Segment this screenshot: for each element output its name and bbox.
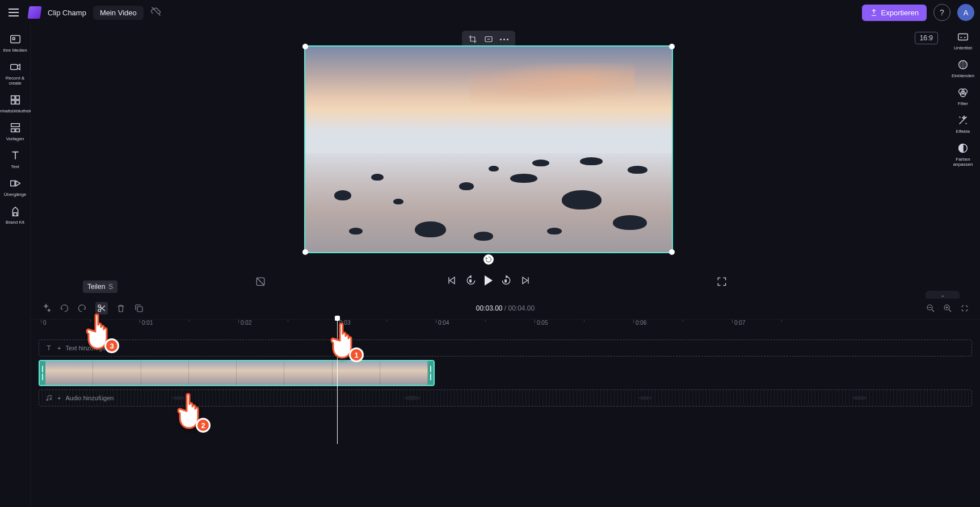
rightbar-item-effects[interactable]: Effekte <box>946 114 980 134</box>
filter-icon <box>957 86 969 99</box>
forward-icon[interactable]: 5 <box>500 275 512 286</box>
zoom-in-icon[interactable] <box>943 303 953 313</box>
fade-icon <box>957 58 969 71</box>
project-title[interactable]: Mein Video <box>93 6 144 20</box>
playhead[interactable] <box>337 319 338 444</box>
brandkit-icon <box>9 205 22 217</box>
clip-handle-left[interactable] <box>40 361 45 385</box>
delete-icon[interactable] <box>116 303 126 313</box>
svg-rect-25 <box>137 307 142 312</box>
sidebar-item-templates[interactable]: Vorlagen <box>0 118 31 146</box>
svg-point-29 <box>50 399 51 400</box>
upload-icon <box>870 9 878 16</box>
app-logo <box>27 6 41 19</box>
preview-image <box>305 47 672 252</box>
timeline: ⌄ Teilen S 00:03.00 / 00:04.00 0 0:01 0:… <box>31 298 980 507</box>
transitions-icon <box>9 177 22 190</box>
svg-rect-11 <box>10 181 14 186</box>
menu-button[interactable] <box>6 5 22 20</box>
split-icon[interactable] <box>95 302 108 315</box>
preview-frame[interactable] <box>304 45 673 253</box>
camera-icon <box>9 61 22 73</box>
effects-icon <box>957 114 969 127</box>
svg-rect-8 <box>11 124 19 127</box>
audio-waveform-bg <box>39 390 971 406</box>
skip-end-icon[interactable] <box>520 275 531 286</box>
zoom-out-icon[interactable] <box>926 303 936 313</box>
templates-icon <box>9 121 22 134</box>
app-brand: Clip Champ <box>48 9 86 17</box>
library-icon <box>9 94 22 106</box>
help-button[interactable]: ? <box>933 4 950 21</box>
svg-text:5: 5 <box>504 279 506 283</box>
resize-handle-tr[interactable] <box>669 44 675 49</box>
export-label: Exportieren <box>881 9 919 17</box>
split-tooltip: Teilen S <box>83 280 117 293</box>
crop-icon[interactable] <box>468 34 478 44</box>
duplicate-icon[interactable] <box>134 303 144 313</box>
export-button[interactable]: Exportieren <box>862 5 927 21</box>
timeline-ruler[interactable]: 0 0:01 0:02 0:03 0:04 0:05 0:06 0:07 <box>31 319 980 334</box>
media-icon <box>9 33 22 45</box>
adjustcolor-icon <box>957 142 969 154</box>
more-icon[interactable] <box>499 34 510 44</box>
svg-rect-3 <box>10 64 17 69</box>
captions-icon <box>957 31 969 43</box>
resize-handle-bl[interactable] <box>302 249 308 255</box>
timeline-tracks: + Text hinzufügen + Audio hinzufügen <box>31 334 980 421</box>
sidebar-item-record[interactable]: Record & create <box>0 57 31 90</box>
audio-track-placeholder[interactable]: + Audio hinzufügen <box>39 389 972 407</box>
svg-rect-2 <box>12 37 15 40</box>
resize-handle-br[interactable] <box>669 249 675 255</box>
svg-rect-4 <box>11 96 14 99</box>
redo-icon[interactable] <box>77 303 87 313</box>
text-track-placeholder[interactable]: + Text hinzufügen <box>39 340 972 357</box>
svg-rect-12 <box>958 34 968 40</box>
svg-rect-9 <box>11 129 14 132</box>
text-icon <box>9 149 22 162</box>
rightbar-item-filter[interactable]: Filter <box>946 86 980 106</box>
canvas-area: 16:9 <box>31 25 946 298</box>
video-clip[interactable] <box>39 360 435 386</box>
undo-icon[interactable] <box>59 303 69 313</box>
timeline-time: 00:03.00 / 00:04.00 <box>476 304 535 312</box>
left-sidebar: Ihre Medien Record & create Inhaltsbibli… <box>0 25 31 507</box>
playback-bar: 5 5 <box>446 275 531 286</box>
magic-icon[interactable] <box>41 303 51 313</box>
aspect-ratio-badge[interactable]: 16:9 <box>915 32 938 44</box>
rightbar-item-fade[interactable]: Einblenden <box>946 58 980 78</box>
rotate-handle[interactable] <box>483 254 494 265</box>
svg-rect-5 <box>15 96 19 99</box>
cloud-off-icon <box>150 6 162 19</box>
sidebar-item-library[interactable]: Inhaltsbibliothek <box>0 90 31 118</box>
rightbar-item-colors[interactable]: Farben anpassen <box>946 142 980 167</box>
sidebar-item-brandkit[interactable]: Brand Kit <box>0 202 31 229</box>
skip-start-icon[interactable] <box>446 275 457 286</box>
resize-handle-tl[interactable] <box>302 44 308 49</box>
fit-icon[interactable] <box>483 34 494 44</box>
music-icon <box>45 394 53 402</box>
top-bar: Clip Champ Mein Video Exportieren ? A <box>0 0 980 25</box>
sidebar-item-media[interactable]: Ihre Medien <box>0 30 31 57</box>
fullscreen-icon[interactable] <box>716 276 727 290</box>
play-button[interactable] <box>485 275 493 286</box>
rightbar-item-captions[interactable]: Untertitel <box>946 31 980 51</box>
svg-rect-7 <box>15 100 19 104</box>
user-avatar[interactable]: A <box>957 4 974 21</box>
sidebar-item-transitions[interactable]: Übergänge <box>0 174 31 202</box>
timeline-toolbar: Teilen S 00:03.00 / 00:04.00 <box>31 298 980 319</box>
clip-handle-right[interactable] <box>428 361 434 385</box>
svg-point-28 <box>47 399 48 400</box>
svg-rect-6 <box>11 100 14 104</box>
svg-line-20 <box>256 278 264 285</box>
remove-media-icon[interactable] <box>255 276 266 290</box>
svg-text:5: 5 <box>469 279 471 283</box>
svg-rect-10 <box>15 129 19 132</box>
rewind-icon[interactable]: 5 <box>465 275 477 286</box>
text-icon <box>45 344 53 352</box>
timeline-zoom-controls <box>926 303 970 313</box>
sidebar-item-text[interactable]: Text <box>0 146 31 174</box>
fit-zoom-icon[interactable] <box>960 303 970 313</box>
svg-rect-1 <box>10 36 20 43</box>
